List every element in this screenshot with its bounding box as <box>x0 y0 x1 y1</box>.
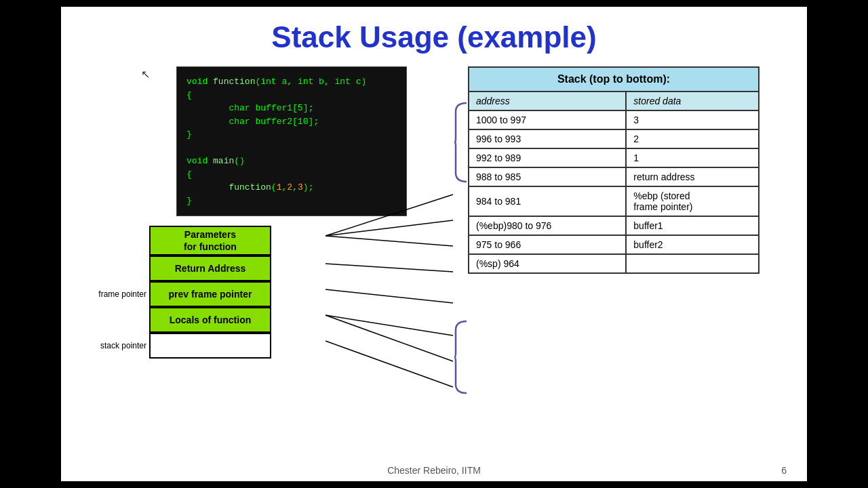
table-row: 988 to 985 return address <box>469 167 759 186</box>
data-3: return address <box>626 167 759 186</box>
table-row: (%ebp)980 to 976 buffer1 <box>469 216 759 235</box>
table-title-row: Stack (top to bottom): <box>469 67 759 92</box>
frame-pointer-label: frame pointer <box>81 281 149 307</box>
stack-table-container: Stack (top to bottom): address stored da… <box>468 66 787 274</box>
footer-author: Chester Rebeiro, IITM <box>61 465 807 476</box>
table-row: 1000 to 997 3 <box>469 110 759 129</box>
addr-4: 984 to 981 <box>469 186 626 216</box>
table-row: 975 to 966 buffer2 <box>469 235 759 254</box>
pfp-box: prev frame pointer <box>149 281 271 307</box>
col-data-header: stored data <box>626 92 759 110</box>
table-row: (%sp) 964 <box>469 254 759 273</box>
addr-5: (%ebp)980 to 976 <box>469 216 626 235</box>
slide-title: Stack Usage (example) <box>81 20 787 54</box>
params-brace <box>453 102 468 183</box>
table-header: address stored data <box>469 92 759 110</box>
table-row: 984 to 981 %ebp (storedframe pointer) <box>469 186 759 216</box>
addr-0: 1000 to 997 <box>469 110 626 129</box>
addr-3: 988 to 985 <box>469 167 626 186</box>
data-2: 1 <box>626 148 759 167</box>
addr-1: 996 to 993 <box>469 129 626 148</box>
col-address-header: address <box>469 92 626 110</box>
stack-table: Stack (top to bottom): address stored da… <box>468 66 760 274</box>
ret-box: Return Address <box>149 256 271 281</box>
data-4: %ebp (storedframe pointer) <box>626 186 759 216</box>
data-0: 3 <box>626 110 759 129</box>
data-6: buffer2 <box>626 235 759 254</box>
stack-pointer-label: stack pointer <box>81 333 149 359</box>
stack-boxes: Parametersfor function Return Address pr… <box>149 226 271 359</box>
locals-box: Locals of function <box>149 307 271 333</box>
locals-brace <box>453 320 468 394</box>
table-row: 992 to 989 1 <box>469 148 759 167</box>
code-block: void function(int a, int b, int c) { cha… <box>176 66 407 216</box>
footer-page: 6 <box>781 465 787 476</box>
params-box: Parametersfor function <box>149 226 271 256</box>
data-7 <box>626 254 759 273</box>
addr-6: 975 to 966 <box>469 235 626 254</box>
data-5: buffer1 <box>626 216 759 235</box>
stack-title: Stack (top to bottom): <box>557 73 670 85</box>
addr-2: 992 to 989 <box>469 148 626 167</box>
addr-7: (%sp) 964 <box>469 254 626 273</box>
table-row: 996 to 993 2 <box>469 129 759 148</box>
sp-box <box>149 333 271 359</box>
data-1: 2 <box>626 129 759 148</box>
